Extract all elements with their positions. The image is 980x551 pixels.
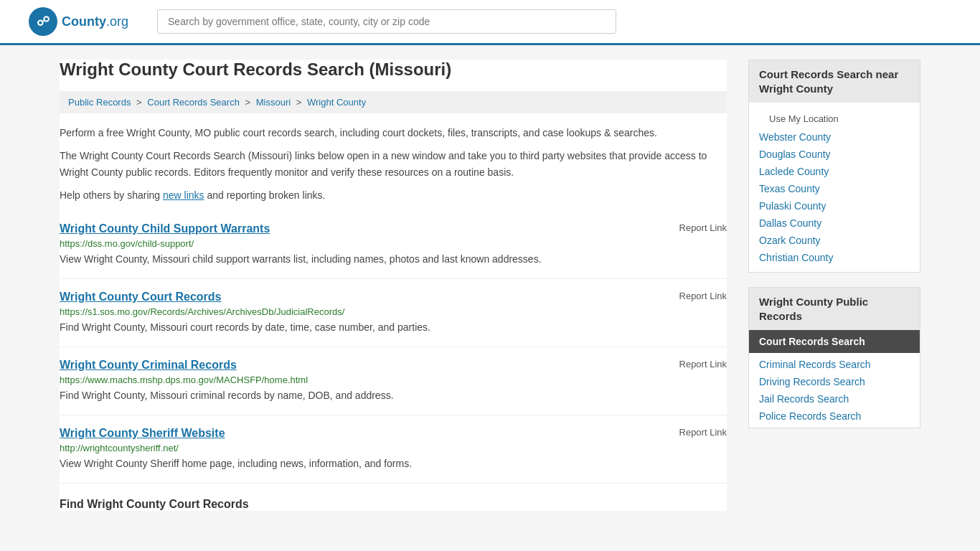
- sidebar: Court Records Search near Wright County …: [748, 60, 920, 511]
- sidebar-item-ozark[interactable]: Ozark County: [749, 232, 920, 249]
- dallas-county-link[interactable]: Dallas County: [759, 217, 821, 229]
- record-item-2: Wright County Criminal Records Report Li…: [60, 347, 727, 415]
- logo-icon: ☍: [29, 7, 57, 36]
- record-desc-1: Find Wright County, Missouri court recor…: [60, 320, 727, 335]
- breadcrumb-public-records[interactable]: Public Records: [68, 97, 131, 108]
- record-header-2: Wright County Criminal Records Report Li…: [60, 359, 727, 372]
- sidebar-item-christian[interactable]: Christian County: [749, 249, 920, 266]
- driving-records-link[interactable]: Driving Records Search: [759, 376, 865, 387]
- description-3: Help others by sharing new links and rep…: [60, 187, 727, 203]
- sidebar-jail-records[interactable]: Jail Records Search: [749, 390, 920, 408]
- record-header-1: Wright County Court Records Report Link: [60, 291, 727, 303]
- record-item-3: Wright County Sheriff Website Report Lin…: [60, 415, 727, 484]
- record-url-1[interactable]: https://s1.sos.mo.gov/Records/Archives/A…: [60, 306, 727, 317]
- sidebar-criminal-records[interactable]: Criminal Records Search: [749, 356, 920, 373]
- record-desc-3: View Wright County Sheriff home page, in…: [60, 456, 727, 471]
- texas-county-link[interactable]: Texas County: [759, 183, 820, 194]
- breadcrumb: Public Records > Court Records Search > …: [60, 91, 727, 113]
- laclede-county-link[interactable]: Laclede County: [759, 166, 829, 177]
- record-header-3: Wright County Sheriff Website Report Lin…: [60, 427, 727, 440]
- record-item-0: Wright County Child Support Warrants Rep…: [60, 211, 727, 279]
- sidebar-use-location[interactable]: Use My Location: [749, 108, 920, 128]
- breadcrumb-court-records-search[interactable]: Court Records Search: [147, 97, 240, 108]
- sidebar-driving-records[interactable]: Driving Records Search: [749, 373, 920, 390]
- record-title-1[interactable]: Wright County Court Records: [60, 291, 221, 303]
- report-link-1[interactable]: Report Link: [679, 291, 727, 301]
- description-2: The Wright County Court Records Search (…: [60, 148, 727, 180]
- report-link-0[interactable]: Report Link: [679, 222, 727, 233]
- content-area: Wright County Court Records Search (Miss…: [60, 60, 727, 511]
- site-logo[interactable]: ☍ County.org: [29, 7, 128, 36]
- sidebar-item-douglas[interactable]: Douglas County: [749, 146, 920, 163]
- sidebar-nearby-box: Court Records Search near Wright County …: [748, 60, 920, 273]
- pulaski-county-link[interactable]: Pulaski County: [759, 200, 826, 212]
- site-header: ☍ County.org: [0, 0, 980, 45]
- record-title-3[interactable]: Wright County Sheriff Website: [60, 427, 225, 440]
- record-item-1: Wright County Court Records Report Link …: [60, 279, 727, 347]
- douglas-county-link[interactable]: Douglas County: [759, 149, 831, 160]
- sidebar-public-records-box: Wright County Public Records Court Recor…: [748, 287, 920, 428]
- sidebar-police-records[interactable]: Police Records Search: [749, 408, 920, 425]
- search-input[interactable]: [157, 9, 616, 34]
- report-link-2[interactable]: Report Link: [679, 359, 727, 369]
- record-url-0[interactable]: https://dss.mo.gov/child-support/: [60, 238, 727, 249]
- report-link-3[interactable]: Report Link: [679, 427, 727, 438]
- record-header-0: Wright County Child Support Warrants Rep…: [60, 222, 727, 235]
- page-title: Wright County Court Records Search (Miss…: [60, 60, 727, 80]
- record-url-3[interactable]: http://wrightcountysheriff.net/: [60, 443, 727, 453]
- ozark-county-link[interactable]: Ozark County: [759, 235, 821, 246]
- sidebar-item-pulaski[interactable]: Pulaski County: [749, 197, 920, 215]
- main-container: Wright County Court Records Search (Miss…: [31, 45, 949, 525]
- breadcrumb-wright-county[interactable]: Wright County: [307, 97, 366, 108]
- sidebar-nearby-title: Court Records Search near Wright County: [749, 60, 920, 103]
- webster-county-link[interactable]: Webster County: [759, 131, 831, 143]
- logo-text: County.org: [62, 14, 128, 29]
- police-records-link[interactable]: Police Records Search: [759, 410, 861, 422]
- sidebar-item-laclede[interactable]: Laclede County: [749, 163, 920, 180]
- new-links-link[interactable]: new links: [163, 189, 204, 201]
- search-container: [157, 9, 616, 34]
- breadcrumb-missouri[interactable]: Missouri: [256, 97, 291, 108]
- description-1: Perform a free Wright County, MO public …: [60, 125, 727, 141]
- sidebar-active-court-records[interactable]: Court Records Search: [749, 330, 920, 353]
- sidebar-nearby-list: Use My Location Webster County Douglas C…: [749, 103, 920, 272]
- record-desc-0: View Wright County, Missouri child suppo…: [60, 252, 727, 267]
- record-desc-2: Find Wright County, Missouri criminal re…: [60, 388, 727, 403]
- sidebar-sub-list: Criminal Records Search Driving Records …: [749, 353, 920, 428]
- use-location-link[interactable]: Use My Location: [769, 113, 839, 124]
- jail-records-link[interactable]: Jail Records Search: [759, 393, 849, 405]
- record-url-2[interactable]: https://www.machs.mshp.dps.mo.gov/MACHSF…: [60, 375, 727, 385]
- sidebar-item-webster[interactable]: Webster County: [749, 128, 920, 146]
- sidebar-item-texas[interactable]: Texas County: [749, 180, 920, 197]
- record-title-0[interactable]: Wright County Child Support Warrants: [60, 222, 270, 235]
- find-section-heading: Find Wright County Court Records: [60, 491, 727, 511]
- sidebar-public-records-title: Wright County Public Records: [749, 288, 920, 330]
- christian-county-link[interactable]: Christian County: [759, 252, 834, 263]
- criminal-records-link[interactable]: Criminal Records Search: [759, 359, 871, 370]
- sidebar-item-dallas[interactable]: Dallas County: [749, 215, 920, 232]
- record-title-2[interactable]: Wright County Criminal Records: [60, 359, 237, 372]
